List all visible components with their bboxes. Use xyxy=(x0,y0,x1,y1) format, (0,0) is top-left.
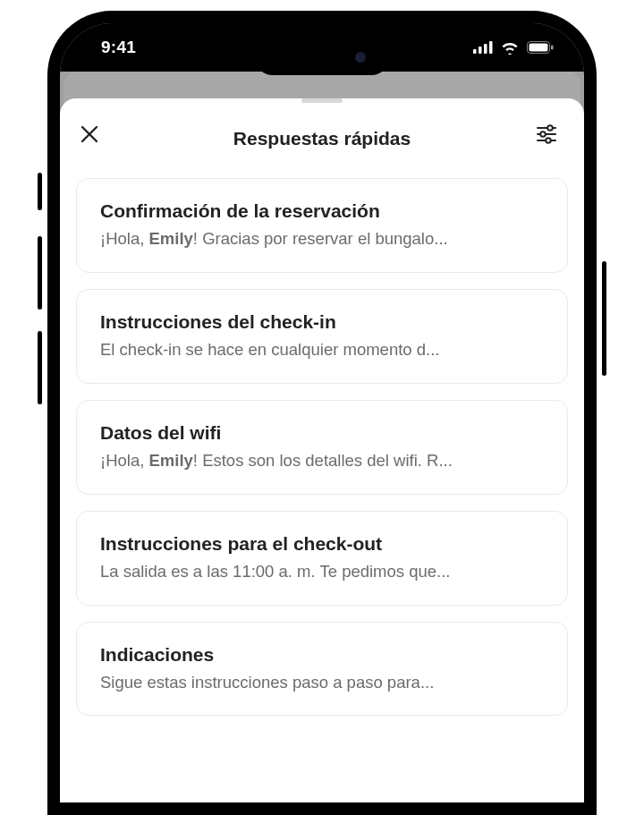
sliders-icon xyxy=(536,124,557,144)
card-preview: ¡Hola, Emily! Estos son los detalles del… xyxy=(100,449,544,472)
quick-reply-card[interactable]: Instrucciones del check-in El check-in s… xyxy=(76,289,568,384)
svg-rect-5 xyxy=(530,44,548,52)
svg-rect-6 xyxy=(551,46,554,50)
volume-up-button xyxy=(38,236,42,310)
sheet-title: Respuestas rápidas xyxy=(108,128,536,149)
card-preview: Sigue estas instrucciones paso a paso pa… xyxy=(100,671,544,694)
volume-down-button xyxy=(38,331,42,404)
filter-settings-button[interactable] xyxy=(536,124,564,153)
svg-rect-2 xyxy=(484,44,487,54)
card-preview: El check-in se hace en cualquier momento… xyxy=(100,338,544,361)
svg-point-10 xyxy=(547,125,553,131)
phone-screen: 9:41 xyxy=(60,23,584,802)
svg-rect-3 xyxy=(489,41,493,54)
card-title: Instrucciones del check-in xyxy=(100,311,544,333)
dynamic-island xyxy=(255,39,389,75)
power-button xyxy=(602,261,606,376)
card-title: Confirmación de la reservación xyxy=(100,200,544,222)
card-title: Indicaciones xyxy=(100,644,544,666)
quick-reply-card[interactable]: Confirmación de la reservación ¡Hola, Em… xyxy=(76,178,568,273)
card-preview: La salida es a las 11:00 a. m. Te pedimo… xyxy=(100,560,544,583)
svg-rect-1 xyxy=(479,47,482,54)
quick-reply-card[interactable]: Indicaciones Sigue estas instrucciones p… xyxy=(76,622,568,717)
status-indicators xyxy=(473,40,554,55)
battery-icon xyxy=(527,41,554,54)
wifi-icon xyxy=(500,40,520,55)
cellular-icon xyxy=(473,41,493,54)
status-time: 9:41 xyxy=(90,38,136,57)
close-icon xyxy=(80,124,99,144)
quick-replies-list: Confirmación de la reservación ¡Hola, Em… xyxy=(72,178,572,716)
quick-reply-card[interactable]: Instrucciones para el check-out La salid… xyxy=(76,511,568,606)
card-preview: ¡Hola, Emily! Gracias por reservar el bu… xyxy=(100,227,544,250)
phone-frame: 9:41 xyxy=(47,11,597,815)
svg-rect-0 xyxy=(473,49,477,54)
card-title: Instrucciones para el check-out xyxy=(100,533,544,555)
quick-reply-card[interactable]: Datos del wifi ¡Hola, Emily! Estos son l… xyxy=(76,400,568,495)
camera-dot xyxy=(355,52,366,63)
svg-point-12 xyxy=(540,132,546,137)
volume-silence-switch xyxy=(38,173,42,210)
sheet-header: Respuestas rápidas xyxy=(72,103,572,178)
close-button[interactable] xyxy=(80,124,108,153)
svg-point-14 xyxy=(546,138,551,143)
bottom-sheet: Respuestas rápidas Confirmación de la re… xyxy=(60,98,584,802)
card-title: Datos del wifi xyxy=(100,422,544,444)
